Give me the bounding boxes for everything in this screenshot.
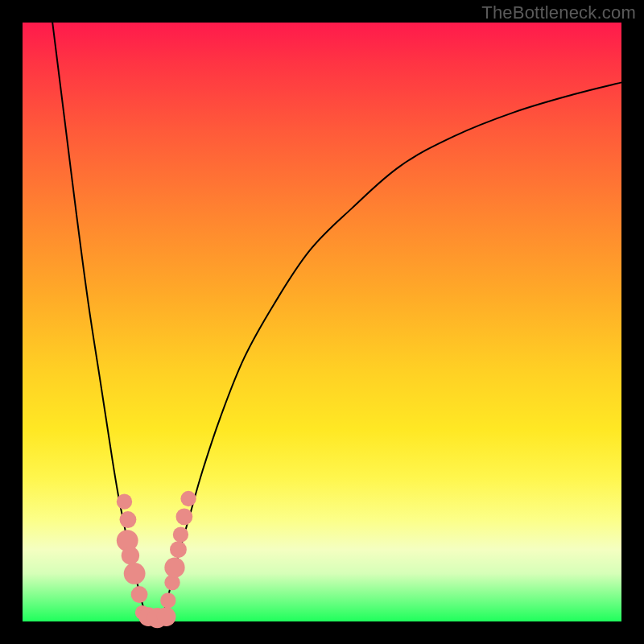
data-marker (124, 563, 146, 584)
data-marker (157, 607, 176, 626)
data-marker (117, 494, 132, 510)
plot-area (23, 23, 621, 621)
data-marker (175, 508, 192, 525)
curve-right-branch (160, 82, 621, 621)
data-marker (170, 541, 187, 558)
curve-svg (23, 23, 621, 621)
data-marker (120, 511, 137, 528)
data-marker (131, 586, 148, 603)
data-marker (164, 557, 184, 577)
data-marker (122, 547, 139, 564)
curve-left-branch (52, 23, 148, 621)
data-marker (180, 491, 196, 506)
chart-frame: TheBottleneck.com (0, 0, 644, 644)
watermark-text: TheBottleneck.com (481, 2, 636, 23)
data-marker (173, 526, 188, 542)
data-markers (117, 491, 196, 628)
data-marker (160, 592, 175, 608)
